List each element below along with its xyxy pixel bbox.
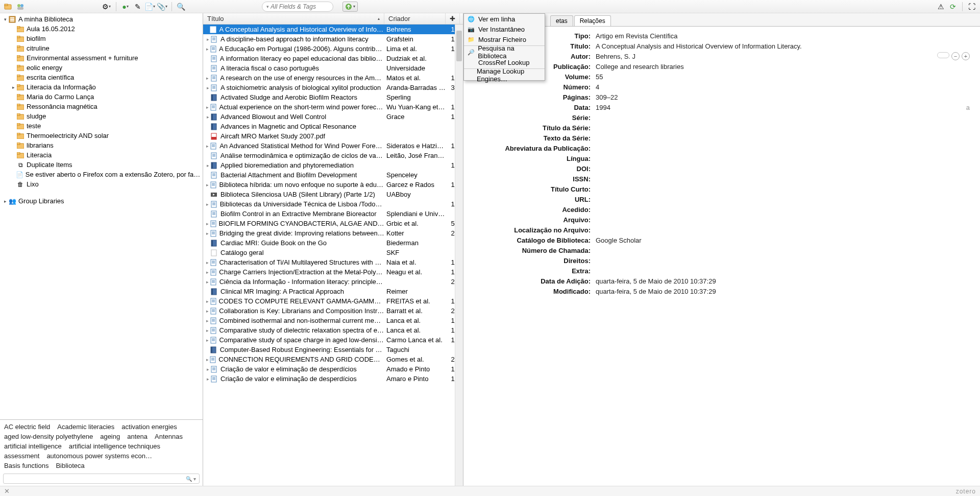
- tag[interactable]: Basis functions: [4, 462, 48, 469]
- item-row[interactable]: Computer-Based Robust Engineering: Essen…: [203, 345, 463, 355]
- collection-literacia-da-informa-o[interactable]: ▸Literacia da Informação: [0, 82, 203, 92]
- attach-icon[interactable]: 📎▾: [157, 2, 167, 12]
- item-row[interactable]: ▸A Educação em Portugal (1986-2006). Alg…: [203, 44, 463, 54]
- collection-aula-16-05-2012[interactable]: Aula 16.05.2012: [0, 24, 203, 34]
- menu-show-file[interactable]: 📁Mostrar Ficheiro: [464, 34, 545, 44]
- collection-escrita-cient-fica[interactable]: escrita científica: [0, 73, 203, 82]
- item-row[interactable]: Cardiac MRI: Guide Book on the GoBiederm…: [203, 238, 463, 248]
- sync-warning-icon[interactable]: ⚠: [936, 2, 946, 12]
- field-library-catalog[interactable]: Google Scholar: [594, 237, 970, 244]
- menu-view-snapshot[interactable]: 📷Ver Instantâneo: [464, 24, 545, 34]
- item-row[interactable]: ▸Combined isothermal and non-isothermal …: [203, 316, 463, 325]
- item-row[interactable]: ▸Advanced Blowout and Well ControlGrace1: [203, 112, 463, 122]
- group-libraries[interactable]: ▸ 👥 Group Libraries: [0, 196, 203, 206]
- item-row[interactable]: ▸Actual experience on the short-term win…: [203, 102, 463, 112]
- tag[interactable]: ageing: [100, 433, 120, 440]
- item-row[interactable]: A information literacy eo papel educacio…: [203, 54, 463, 63]
- collection-teste[interactable]: teste: [0, 121, 203, 131]
- new-note-icon[interactable]: 📄▾: [145, 2, 155, 12]
- new-group-icon[interactable]: [15, 2, 26, 12]
- tag-filter-input[interactable]: 🔍 ▾: [3, 474, 200, 484]
- tag[interactable]: Biblioteca: [56, 462, 84, 469]
- tab-etas[interactable]: etas: [550, 15, 573, 26]
- field-author[interactable]: Behrens, S. J: [594, 53, 937, 60]
- item-row[interactable]: ▸Comparative study of dielectric relaxat…: [203, 325, 463, 335]
- actions-icon[interactable]: ⚙▾: [102, 2, 112, 12]
- collection-librarians[interactable]: librarians: [0, 140, 203, 150]
- author-type-toggle[interactable]: [937, 52, 949, 58]
- menu-view-online[interactable]: 🌐Ver em linha: [464, 14, 545, 24]
- add-by-id-icon[interactable]: ✎: [133, 2, 143, 12]
- item-row[interactable]: ▸Biblioteca híbrida: um novo enfoque no …: [203, 180, 463, 190]
- item-row[interactable]: ▸Collaboration is Key: Librarians and Co…: [203, 306, 463, 316]
- collection-sludge[interactable]: sludge: [0, 111, 203, 121]
- duplicate-items[interactable]: ⧉ Duplicate Items: [0, 160, 203, 170]
- tag[interactable]: Antennas: [155, 433, 183, 440]
- item-row[interactable]: ▸A discipline-based approach to informat…: [203, 34, 463, 44]
- collection-thermoelectricity-and-solar[interactable]: Thermoelectricity AND solar: [0, 131, 203, 140]
- fullscreen-icon[interactable]: ⛶: [967, 2, 977, 12]
- scrollbar[interactable]: [455, 25, 463, 486]
- sync-icon[interactable]: ⟳: [948, 2, 958, 12]
- menu-library-lookup[interactable]: 🔎Pesquisa na Biblioteca: [464, 47, 545, 57]
- item-row[interactable]: A literacia fiscal o caso portuguêsUnive…: [203, 63, 463, 73]
- tag[interactable]: artificial intelligence: [4, 442, 62, 450]
- col-attachments[interactable]: ✚: [446, 13, 460, 24]
- item-row[interactable]: Advances in Magnetic and Optical Resonan…: [203, 122, 463, 131]
- search-box[interactable]: ▾: [262, 2, 333, 12]
- item-row[interactable]: Análise termodinâmica e optimização de c…: [203, 151, 463, 160]
- item-row[interactable]: ▸Charge Carriers Injection/Extraction at…: [203, 267, 463, 277]
- remove-author-button[interactable]: −: [951, 52, 960, 60]
- item-row[interactable]: Bacterial Attachment and Biofilm Develop…: [203, 170, 463, 180]
- tag[interactable]: aged low-density polyethylene: [4, 433, 93, 440]
- tag[interactable]: artificial intelligence techniques: [69, 442, 160, 450]
- tag[interactable]: Academic literacies: [57, 423, 114, 431]
- item-row[interactable]: Clinical MR Imaging: A Practical Approac…: [203, 287, 463, 296]
- collection-literacia[interactable]: Literacia: [0, 150, 203, 160]
- item-row[interactable]: ▸CONNECTION REQUIREMENTS AND GRID CODES …: [203, 355, 463, 364]
- item-row[interactable]: ▸Criação de valor e eliminação de desper…: [203, 374, 463, 384]
- tag[interactable]: activation energies: [121, 423, 177, 431]
- collection-environmental-assessment-furniture[interactable]: Environmental assessment + furniture: [0, 53, 203, 63]
- tag[interactable]: antena: [127, 433, 148, 440]
- collection-maria-do-carmo-lan-a[interactable]: Maria do Carmo Lança: [0, 92, 203, 102]
- add-author-button[interactable]: +: [962, 52, 970, 60]
- field-publication[interactable]: College and research libraries: [594, 63, 970, 70]
- item-row[interactable]: Catálogo geralSKF: [203, 248, 463, 257]
- item-row[interactable]: Biofilm Control in an Extractive Membran…: [203, 209, 463, 219]
- item-row[interactable]: ▸Ciência da Informação - Information lit…: [203, 277, 463, 287]
- tag[interactable]: autonomous power systems econ…: [46, 452, 152, 460]
- field-pages[interactable]: 309–22: [594, 93, 970, 101]
- item-row[interactable]: Activated Sludge and Aerobic Biofilm Rea…: [203, 92, 463, 102]
- new-collection-icon[interactable]: [3, 2, 13, 12]
- locate-button[interactable]: ▾: [342, 2, 358, 12]
- menu-manage-engines[interactable]: Manage Lookup Engines…: [464, 70, 545, 80]
- collection-biofilm[interactable]: biofilm: [0, 34, 203, 43]
- field-type[interactable]: Artigo em Revista Científica: [594, 32, 970, 40]
- adv-search-icon[interactable]: 🔍: [176, 2, 186, 12]
- field-title[interactable]: A Conceptual Analysis and Historical Ove…: [594, 42, 970, 50]
- item-row[interactable]: Biblioteca Silenciosa UAB (Silent Librar…: [203, 190, 463, 199]
- search-input[interactable]: [271, 3, 329, 10]
- field-volume[interactable]: 55: [594, 73, 970, 81]
- close-icon[interactable]: ✕: [4, 487, 10, 495]
- field-date[interactable]: 1994: [594, 104, 966, 111]
- collection-citruline[interactable]: citruline: [0, 43, 203, 53]
- item-row[interactable]: ▸Bridging the great divide: Improving re…: [203, 228, 463, 238]
- tag[interactable]: AC electric field: [4, 423, 50, 431]
- item-row[interactable]: A Conceptual Analysis and Historical Ove…: [203, 25, 463, 34]
- item-row[interactable]: ▸A stoichiometric analysis of biological…: [203, 83, 463, 92]
- item-row[interactable]: ▸A research on the use of energy resourc…: [203, 73, 463, 83]
- unfiled-items[interactable]: 📄 Se estiver aberto o Firefox com a exte…: [0, 170, 203, 179]
- item-row[interactable]: ▸BIOFILM FORMING CYANOBACTERIA, ALGAE AN…: [203, 219, 463, 228]
- tag[interactable]: assessment: [4, 452, 39, 460]
- item-row[interactable]: ▸Bibliotecas da Universidade Técnica de …: [203, 199, 463, 209]
- item-row[interactable]: ▸Comparative study of space charge in ag…: [203, 335, 463, 345]
- item-row[interactable]: ▸Criação de valor e eliminação de desper…: [203, 364, 463, 374]
- item-row[interactable]: ▸Characterisation of Ti/Al Multilayered …: [203, 257, 463, 267]
- field-issue[interactable]: 4: [594, 83, 970, 91]
- collection-resson-ncia-magn-tica[interactable]: Ressonância magnética: [0, 102, 203, 111]
- col-title[interactable]: Título ▴: [203, 13, 384, 24]
- item-row[interactable]: ▸CODES TO COMPUTE RELEVANT GAMMA-GAMMA A…: [203, 296, 463, 306]
- new-item-icon[interactable]: ●▾: [120, 2, 131, 12]
